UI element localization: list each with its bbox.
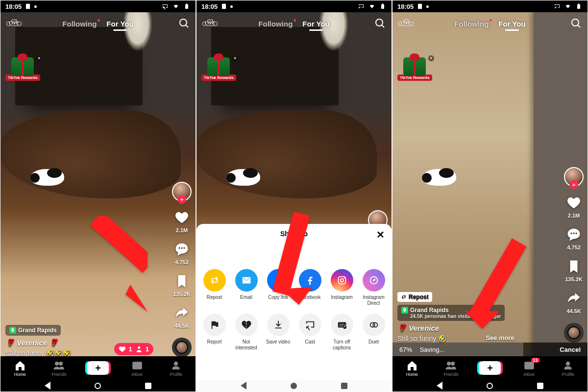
inbox-badge: 11: [531, 358, 540, 363]
share-button[interactable]: 44.5K: [566, 291, 581, 314]
bottom-tabs: Home Friends + Inbox Profile: [0, 356, 196, 380]
tab-profile[interactable]: Profile: [553, 360, 583, 377]
author-avatar[interactable]: +: [172, 182, 192, 201]
tab-foryou[interactable]: For You: [106, 20, 133, 28]
location-chip[interactable]: Grand Rapids: [5, 325, 61, 336]
bookmark-button[interactable]: 135.2K: [173, 274, 190, 297]
action-save-video[interactable]: Save video: [263, 314, 293, 350]
repost-icon: [203, 269, 226, 292]
tab-foryou[interactable]: For You: [498, 20, 525, 28]
caption[interactable]: Still so funny 🤣: [397, 335, 446, 343]
action-report[interactable]: Report: [199, 314, 229, 350]
svg-rect-1: [185, 4, 188, 9]
follow-plus-icon[interactable]: +: [569, 180, 578, 189]
tab-home[interactable]: Home: [5, 360, 35, 377]
nav-back[interactable]: [45, 382, 50, 390]
nav-recent[interactable]: [145, 383, 151, 389]
author-name[interactable]: 🌹 Verenice 🌹: [5, 339, 160, 347]
captions-off-icon: CC: [331, 314, 353, 336]
like-button[interactable]: 2.1M: [174, 210, 189, 233]
tab-foryou[interactable]: For You: [302, 20, 329, 28]
tiktok-rewards-badge[interactable]: ✕ TikTok Rewards: [201, 57, 236, 81]
status-notif-icon: [416, 3, 423, 10]
battery-icon: [575, 3, 583, 9]
sheet-title: Share to✕: [196, 224, 392, 244]
facebook-icon: [299, 269, 321, 292]
tab-home[interactable]: Home: [397, 360, 427, 377]
share-repost[interactable]: Repost: [199, 269, 229, 306]
close-icon[interactable]: ✕: [36, 55, 42, 61]
tab-create[interactable]: +: [475, 361, 505, 375]
progress-fill: [392, 343, 523, 356]
tab-inbox[interactable]: 11Inbox: [514, 360, 544, 377]
sound-disc[interactable]: [564, 323, 584, 343]
action-duet[interactable]: Duet: [359, 314, 389, 350]
nav-recent[interactable]: [341, 383, 347, 389]
svg-rect-12: [381, 4, 384, 9]
location-chip[interactable]: Grand Rapids 24.5K personas han visitado…: [397, 305, 505, 321]
share-row-apps: Repost Email Copy link Facebook Instagra…: [196, 265, 392, 310]
close-icon[interactable]: ✕: [232, 55, 238, 61]
svg-point-5: [55, 362, 58, 365]
cancel-button[interactable]: Cancel: [560, 346, 581, 353]
nav-home[interactable]: [291, 383, 297, 389]
share-email[interactable]: Email: [231, 269, 261, 306]
tab-friends[interactable]: Friends: [44, 360, 74, 377]
tab-profile[interactable]: Profile: [161, 360, 191, 377]
gift-icon: [11, 57, 34, 76]
comment-button[interactable]: 4,752: [174, 242, 189, 265]
svg-rect-11: [222, 4, 226, 9]
status-dot-icon: [426, 5, 429, 8]
tab-inbox[interactable]: Inbox: [122, 360, 152, 377]
bookmark-button[interactable]: 135.2K: [565, 259, 582, 282]
battery-icon: [183, 3, 191, 9]
tab-following[interactable]: Following: [258, 20, 293, 28]
share-instagram-direct[interactable]: Instagram Direct: [359, 269, 389, 306]
author-avatar[interactable]: +: [564, 167, 584, 187]
unread-dot-icon: [294, 19, 296, 22]
nav-back[interactable]: [241, 382, 246, 390]
action-captions-off[interactable]: CCTurn off captions: [327, 314, 357, 350]
tab-create[interactable]: +: [83, 361, 113, 375]
nav-home[interactable]: [95, 383, 101, 389]
action-cast[interactable]: Cast: [295, 314, 325, 350]
right-action-rail: + 2.1M 4,752 135.2K 44.5K: [172, 182, 192, 357]
nav-recent[interactable]: [537, 383, 543, 389]
sound-disc[interactable]: [172, 338, 192, 357]
see-more-button[interactable]: See more: [486, 334, 514, 342]
nav-back[interactable]: [437, 382, 442, 390]
close-icon[interactable]: ✕: [376, 229, 385, 241]
share-instagram[interactable]: Instagram: [327, 269, 357, 306]
screenshot-2: 18:05 LIVE Following For You ✕ TikTok Re…: [196, 0, 392, 392]
share-facebook[interactable]: Facebook: [295, 269, 325, 306]
unread-dot-icon: [98, 19, 100, 22]
svg-rect-13: [382, 4, 384, 5]
feed-tabs: Following For You: [0, 20, 196, 28]
status-time: 18:05: [5, 3, 22, 10]
comment-button[interactable]: 4,752: [566, 227, 581, 250]
screenshot-3: 18:05 LIVE Following For You ✕ TikTok Re…: [392, 0, 588, 392]
android-navbar: [392, 380, 588, 392]
status-dot-icon: [34, 5, 37, 8]
bottom-tabs: Home Friends + 11Inbox Profile: [392, 356, 588, 380]
close-icon[interactable]: ✕: [428, 55, 434, 61]
share-copylink[interactable]: Copy link: [263, 269, 293, 306]
tab-following[interactable]: Following: [62, 20, 97, 28]
tiktok-rewards-badge[interactable]: ✕ TikTok Rewards: [5, 57, 40, 81]
tiktok-rewards-badge[interactable]: ✕ TikTok Rewards: [397, 57, 432, 81]
svg-point-16: [340, 279, 343, 282]
link-icon: [267, 269, 290, 292]
follow-plus-icon[interactable]: +: [177, 195, 186, 204]
nav-home[interactable]: [487, 383, 493, 389]
action-not-interested[interactable]: Not interested: [231, 314, 261, 350]
author-name[interactable]: 🌹 Verenice: [397, 324, 552, 333]
tab-friends[interactable]: Friends: [436, 360, 466, 377]
statusbar: 18:05: [196, 0, 392, 12]
statusbar: 18:05: [392, 0, 588, 12]
svg-point-30: [447, 362, 450, 365]
pin-icon: [9, 327, 16, 334]
share-button[interactable]: 44.5K: [174, 306, 189, 329]
tab-following[interactable]: Following: [454, 20, 489, 28]
repost-chip[interactable]: Repost: [397, 292, 432, 302]
like-button[interactable]: 2.1M: [566, 196, 581, 219]
